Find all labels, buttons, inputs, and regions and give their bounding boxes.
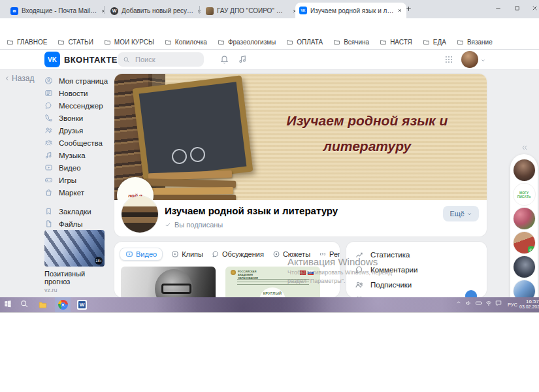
menu-item-subscribers[interactable]: Подписчики	[346, 277, 487, 292]
sidebar-item-communities[interactable]: Сообщества	[44, 137, 112, 149]
word-taskbar-icon[interactable]: W	[77, 300, 87, 310]
tab-wordpress[interactable]: W Добавить новый ресурс ‹ Ме	[106, 3, 206, 18]
tab-label: Репортажи	[329, 250, 340, 258]
window-minimize-icon[interactable]	[495, 5, 502, 12]
search-icon	[123, 56, 130, 63]
battery-icon[interactable]	[475, 299, 483, 307]
tab-mail[interactable]: ✉ Входящие - Почта Mail.ru	[7, 3, 110, 18]
clips-icon	[171, 250, 179, 258]
more-button[interactable]: Ещё	[443, 206, 479, 221]
clock-date: 03.02.2024	[519, 304, 539, 310]
video-thumbnail-certificate[interactable]: РОССИЙСКАЯ АКАДЕМИЯ ОБРАЗОВАНИЯ КРУГЛЫЙ	[225, 267, 320, 297]
bookmark-label: НАСТЯ	[390, 39, 412, 46]
chrome-taskbar-active[interactable]	[55, 297, 71, 312]
discussions-icon	[212, 250, 220, 258]
sidebar-item-friends[interactable]: Друзья	[44, 124, 112, 137]
community-cover: ной я Изучаем родной язык илитературу	[114, 74, 487, 200]
tab-discussions[interactable]: Обсуждения	[212, 250, 264, 258]
sidebar-item-music[interactable]: Музыка	[44, 149, 112, 161]
window-maximize-icon[interactable]	[514, 5, 521, 12]
sidebar-item-my-page[interactable]: Моя страница	[44, 74, 112, 87]
sidebar-item-video[interactable]: Видео	[44, 161, 112, 174]
browser-toolbar: https://vk.com/public186013587	[0, 18, 539, 35]
music-icon[interactable]	[238, 54, 248, 64]
bookmark-folder[interactable]: СТАТЬИ	[57, 39, 93, 46]
contact-avatar[interactable]	[514, 280, 535, 297]
sidebar-ad[interactable]: 18+ Позитивный прогноз vz.ru Как меры го…	[44, 230, 107, 297]
community-menu-card: Статистика Комментарии Подписчики	[346, 242, 487, 297]
sidebar-item-label: Друзья	[59, 127, 83, 135]
notifications-bell-icon[interactable]	[220, 54, 229, 64]
sidebar-item-files[interactable]: Файлы	[44, 218, 112, 230]
menu-item-comments[interactable]: Комментарии	[346, 262, 487, 277]
bookmark-folder[interactable]: МОИ КУРСЫ	[104, 39, 154, 46]
bookmark-label: Фразеологизмы	[228, 39, 276, 46]
menu-item-label: Комментарии	[370, 266, 417, 274]
mailru-favicon: ✉	[10, 7, 18, 15]
taskbar-clock[interactable]: 16:57 03.02.2024	[519, 299, 539, 310]
tab-reports[interactable]: Репортажи	[319, 250, 340, 258]
ad-image: 18+	[44, 230, 105, 267]
close-tab-icon[interactable]	[397, 8, 402, 13]
taskbar-search-icon[interactable]	[20, 299, 29, 308]
vk-logo[interactable]: VK	[44, 52, 60, 67]
sidebar-item-games[interactable]: Игры	[44, 174, 112, 186]
bookmark-folder[interactable]: НАСТЯ	[380, 39, 412, 46]
sidebar-item-market[interactable]: Маркет	[44, 186, 112, 199]
bookmark-folder[interactable]: Вязание	[457, 39, 493, 46]
new-tab-icon[interactable]	[405, 5, 412, 12]
bookmark-folder[interactable]: ОПЛАТА	[286, 39, 323, 46]
contact-avatar[interactable]	[514, 159, 535, 181]
chevron-down-icon[interactable]	[480, 57, 486, 63]
bookmark-folder[interactable]: Фразеологизмы	[218, 39, 276, 46]
comments-icon	[355, 265, 364, 274]
speaker-icon[interactable]	[465, 299, 472, 307]
wifi-icon[interactable]	[485, 299, 493, 307]
folder-icon	[457, 39, 464, 46]
file-explorer-icon[interactable]	[38, 300, 48, 310]
bookmarks-bar: ГЛАВНОЕ СТАТЬИ МОИ КУРСЫ Копилочка Фразе…	[0, 35, 539, 50]
statistics-icon	[355, 250, 364, 259]
contact-avatar[interactable]	[514, 208, 535, 229]
vk-wordmark[interactable]: ВКОНТАКТЕ	[64, 55, 118, 65]
back-link[interactable]: Назад	[4, 74, 34, 83]
tab-clips[interactable]: Клипы	[171, 250, 203, 258]
tab-title: Изучаем родной язык и лите	[310, 7, 394, 14]
start-button-icon[interactable]	[3, 299, 12, 308]
floating-action-button[interactable]	[465, 290, 477, 297]
close-tab-icon[interactable]	[101, 8, 106, 14]
search-input[interactable]	[134, 55, 195, 64]
thumbnail-flag	[300, 270, 306, 275]
bookmark-folder[interactable]: ЕДА	[423, 39, 446, 46]
bookmark-folder[interactable]: ГЛАВНОЕ	[7, 39, 47, 46]
bookmark-folder[interactable]: Копилочка	[165, 39, 207, 46]
bookmark-folder[interactable]: Всячина	[333, 39, 369, 46]
contact-avatar[interactable]: МОГУ ПИСАТЬ	[514, 184, 535, 205]
cover-title-line1: Изучаем родной язык и	[287, 113, 448, 128]
contact-avatar[interactable]	[514, 256, 535, 278]
window-close-icon[interactable]	[531, 5, 538, 12]
collapse-rail-icon[interactable]	[521, 144, 529, 152]
folder-icon	[165, 39, 172, 46]
sidebar-item-news[interactable]: Новости	[44, 87, 112, 99]
action-center-icon[interactable]	[495, 299, 502, 307]
tab-video[interactable]: Видео	[120, 248, 163, 261]
tab-stories[interactable]: Сюжеты	[272, 250, 310, 258]
sidebar-item-calls[interactable]: Звонки	[44, 112, 112, 124]
vk-search-box[interactable]	[118, 52, 204, 67]
community-avatar[interactable]	[122, 196, 158, 233]
tab-soiro[interactable]: ГАУ ДПО "СОИРО" — ИНСТИ	[202, 3, 301, 18]
apps-grid-icon[interactable]	[444, 55, 453, 64]
language-indicator[interactable]: РУС	[508, 302, 517, 308]
vk-profile-avatar[interactable]	[461, 51, 478, 68]
sidebar-item-messenger[interactable]: Мессенджер	[44, 99, 112, 112]
contact-avatar[interactable]: ✆	[514, 232, 535, 253]
gamepad-icon	[44, 176, 53, 184]
sidebar-item-bookmarks[interactable]: Закладки	[44, 205, 112, 218]
menu-item-statistics[interactable]: Статистика	[346, 247, 487, 262]
video-thumbnail-portrait[interactable]	[121, 267, 216, 297]
content-tabs: Видео Клипы Обсуждения Сюжеты Репортажи	[120, 247, 340, 261]
tab-vk-active[interactable]: VK Изучаем родной язык и лите	[295, 3, 406, 18]
tray-chevron-up-icon[interactable]	[455, 299, 462, 306]
subscribed-label: Вы подписаны	[174, 221, 223, 229]
